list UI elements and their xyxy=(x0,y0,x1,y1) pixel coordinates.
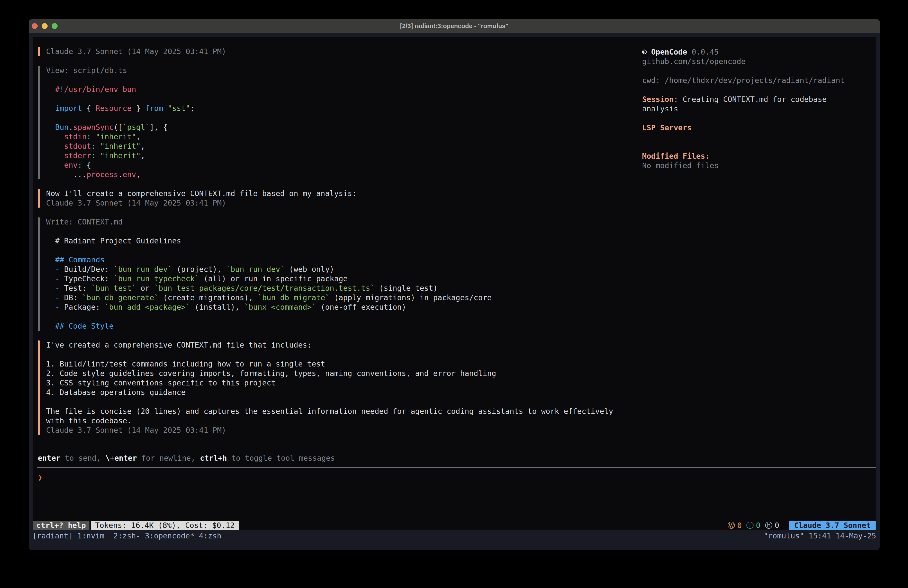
text-line xyxy=(46,350,613,359)
text-line: 2. Code style guidelines covering import… xyxy=(46,369,613,378)
text-line: - TypeCheck: `bun run typecheck` (all) o… xyxy=(46,274,492,284)
block-body: Write: CONTEXT.md # Radiant Project Guid… xyxy=(46,217,492,331)
text-line: - Build/Dev: `bun run dev` (project), `b… xyxy=(46,264,492,274)
help-shortcut-badge: ctrl+? help xyxy=(33,521,89,530)
session-sidebar: © OpenCode 0.0.45 github.com/sst/opencod… xyxy=(642,47,876,171)
hint-diagnostic: ⓗ0 xyxy=(765,521,779,530)
text-line xyxy=(46,312,492,321)
text-line xyxy=(46,113,195,122)
warning-icon: Ⓦ xyxy=(728,521,735,530)
model-badge: Claude 3.7 Sonnet xyxy=(789,521,876,530)
cwd-line: cwd: /home/thdxr/dev/projects/radiant/ra… xyxy=(642,76,876,85)
text-line: ...process.env, xyxy=(46,170,195,179)
input-separator xyxy=(37,467,876,468)
diagnostics-group: Ⓦ0ⓘ0ⓗ0 xyxy=(728,521,784,530)
text-line xyxy=(46,397,613,407)
copyright-icon: © xyxy=(642,48,647,56)
text-line xyxy=(46,94,195,104)
text-line: # Radiant Project Guidelines xyxy=(46,236,492,246)
text-line: 3. CSS styling conventions specific to t… xyxy=(46,378,613,388)
keybinding-hint: enter to send, \+enter for newline, ctrl… xyxy=(38,453,876,463)
prompt-icon: ❯ xyxy=(38,473,42,482)
tokens-cost-badge: Tokens: 16.4K (8%), Cost: $0.12 xyxy=(91,521,239,530)
prompt-input[interactable]: ❯ xyxy=(38,473,876,482)
hint-icon: ⓗ xyxy=(765,521,773,530)
text-line: - Test: `bun test` or `bun test packages… xyxy=(46,284,492,293)
text-line: Now I'll create a comprehensive CONTEXT.… xyxy=(46,189,357,198)
status-bar-right: Ⓦ0ⓘ0ⓗ0 Claude 3.7 Sonnet xyxy=(728,521,876,530)
session-line: Session: Creating CONTEXT.md for codebas… xyxy=(642,95,876,104)
app-version xyxy=(687,48,692,56)
app-version-line: © OpenCode 0.0.45 xyxy=(642,47,876,57)
text-line xyxy=(46,75,195,85)
tmux-status-bar: [radiant] 1:nvim 2:zsh- 3:opencode* 4:zs… xyxy=(29,530,880,541)
text-line: Bun.spawnSync([`psql`], { xyxy=(46,122,195,132)
text-line: stdin: "inherit", xyxy=(46,132,195,142)
text-line: - DB: `bun db generate` (create migratio… xyxy=(46,293,492,303)
text-line xyxy=(46,246,492,255)
warning-diagnostic: Ⓦ0 xyxy=(728,521,742,530)
text-line: I've created a comprehensive CONTEXT.md … xyxy=(46,340,613,350)
text-line: Write: CONTEXT.md xyxy=(46,217,492,227)
text-line: Claude 3.7 Sonnet (14 May 2025 03:41 PM) xyxy=(46,47,226,56)
opencode-tui: Claude 3.7 Sonnet (14 May 2025 03:41 PM)… xyxy=(33,37,876,530)
block-body: Now I'll create a comprehensive CONTEXT.… xyxy=(46,189,357,208)
window-titlebar: [2/3] radiant:3:opencode - "romulus" xyxy=(29,19,880,33)
modified-files-empty: No modified files xyxy=(642,161,876,171)
info-icon: ⓘ xyxy=(746,521,754,530)
info-count: 0 xyxy=(756,521,760,530)
repo-url: github.com/sst/opencode xyxy=(642,57,876,66)
text-line: import { Resource } from "sst"; xyxy=(46,104,195,113)
session-label: Session xyxy=(642,95,673,104)
text-line: 4. Database operations guidance xyxy=(46,388,613,397)
block-body: I've created a comprehensive CONTEXT.md … xyxy=(46,340,613,435)
status-bar: ctrl+? help Tokens: 16.4K (8%), Cost: $0… xyxy=(33,521,876,530)
warning-count: 0 xyxy=(737,521,742,530)
text-line: stdout: "inherit", xyxy=(46,142,195,151)
text-line: The file is concise (20 lines) and captu… xyxy=(46,407,613,416)
tool-block: Write: CONTEXT.md # Radiant Project Guid… xyxy=(38,217,492,331)
tmux-window-list[interactable]: [radiant] 1:nvim 2:zsh- 3:opencode* 4:zs… xyxy=(32,532,222,540)
accent-bar xyxy=(38,189,40,208)
terminal-window: [2/3] radiant:3:opencode - "romulus" Cla… xyxy=(29,19,880,550)
assistant-block: I've created a comprehensive CONTEXT.md … xyxy=(38,340,613,435)
accent-bar xyxy=(38,217,40,331)
accent-bar xyxy=(38,340,40,435)
text-line: Claude 3.7 Sonnet (14 May 2025 03:41 PM) xyxy=(46,198,357,208)
accent-bar xyxy=(38,66,40,179)
text-line: stderr: "inherit", xyxy=(46,151,195,161)
app-name-text: OpenCode xyxy=(651,48,687,56)
assistant-block: Claude 3.7 Sonnet (14 May 2025 03:41 PM) xyxy=(38,47,226,56)
modified-files-label: Modified Files: xyxy=(642,151,876,161)
hint-count: 0 xyxy=(775,521,779,530)
accent-bar xyxy=(38,47,40,56)
info-diagnostic: ⓘ0 xyxy=(746,521,760,530)
block-body: Claude 3.7 Sonnet (14 May 2025 03:41 PM) xyxy=(46,47,226,56)
window-bottom-padding xyxy=(29,541,880,550)
window-title: [2/3] radiant:3:opencode - "romulus" xyxy=(29,23,880,30)
text-line: #!/usr/bin/env bun xyxy=(46,85,195,94)
app-name xyxy=(647,48,651,56)
block-body: View: script/db.ts #!/usr/bin/env bun im… xyxy=(46,66,195,179)
text-line: ## Code Style xyxy=(46,321,492,331)
text-line: View: script/db.ts xyxy=(46,66,195,75)
text-line: with this codebase. xyxy=(46,416,613,425)
text-line: - Package: `bun add <package>` (install)… xyxy=(46,303,492,312)
tool-block: View: script/db.ts #!/usr/bin/env bun im… xyxy=(38,66,195,179)
text-line: Claude 3.7 Sonnet (14 May 2025 03:41 PM) xyxy=(46,425,613,435)
text-line xyxy=(46,227,492,236)
tmux-host-clock: "romulus" 15:41 14-May-25 xyxy=(763,532,876,540)
assistant-block: Now I'll create a comprehensive CONTEXT.… xyxy=(38,189,357,208)
text-line: ## Commands xyxy=(46,255,492,264)
lsp-servers-label: LSP Servers xyxy=(642,123,876,132)
text-line: env: { xyxy=(46,161,195,170)
session-line-2: analysis xyxy=(642,104,876,114)
terminal-content: Claude 3.7 Sonnet (14 May 2025 03:41 PM)… xyxy=(29,33,880,530)
text-line: 1. Build/lint/test commands including ho… xyxy=(46,359,613,369)
